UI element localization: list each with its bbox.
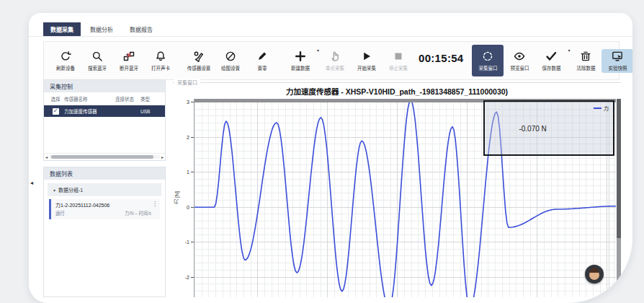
- eye-icon: [514, 50, 525, 63]
- toolbar-button-label: 保存数据: [542, 64, 560, 71]
- toolbar-button-label: 清除数据: [576, 64, 595, 71]
- data-list-title: 数据列表: [44, 167, 165, 180]
- toolbar-button-label: 新建数据: [291, 64, 310, 71]
- bell-icon: [155, 50, 166, 63]
- col-sensor-name: 传感器名称: [64, 95, 109, 102]
- capture-window-groupbox: 采集窗口 力加速度传感器 - XHSP-V10HID_path_-1981348…: [173, 82, 621, 297]
- toolbar-button-zero-set[interactable]: 置零: [246, 49, 278, 73]
- data-list-panel: 数据列表 ▾ 数据分组-1 力1-2-20251112-042506 运行 力/…: [43, 167, 166, 297]
- y-tick-label: -2: [185, 274, 189, 279]
- data-item-title: 力1-2-20251112-042506: [55, 201, 156, 208]
- collect-control-panel: 采集控制 选择 传感器名称 连接状态 类型 ✓ 力加速度传感器 USB ◂: [43, 79, 166, 161]
- toolbar-button-label: 单点采集: [326, 64, 344, 71]
- legend-line-swatch: [594, 107, 601, 109]
- sensor-checkbox[interactable]: ✓: [53, 108, 59, 115]
- data-group-row[interactable]: ▾ 数据分组-1: [48, 183, 161, 196]
- toolbar-button-disconnect-bluetooth[interactable]: 断开蓝牙: [113, 49, 145, 73]
- y-tick-label: -1: [185, 240, 189, 245]
- sensor-icon: [193, 50, 205, 63]
- toolbar-button-label: 实验快照: [608, 64, 627, 71]
- tab-data-analysis[interactable]: 数据分析: [83, 22, 120, 36]
- value-annotation: -0.070 N: [519, 125, 546, 133]
- y-axis: 3210-1-2: [181, 99, 194, 297]
- hscroll-thumb[interactable]: [51, 155, 153, 159]
- toolbar-button-start-capture[interactable]: 开始采集: [351, 49, 383, 73]
- vscroll-thumb[interactable]: [617, 99, 621, 238]
- toolbar-button-open-soundcard[interactable]: 打开声卡: [145, 49, 176, 73]
- compass-icon: [225, 50, 236, 63]
- toolbar-button-label: 停止采集: [389, 64, 408, 71]
- toolbar-button-capture-window[interactable]: 采集窗口: [472, 45, 504, 76]
- plus-icon: [295, 50, 306, 63]
- sensor-type: USB: [140, 109, 159, 114]
- data-list-item[interactable]: 力1-2-20251112-042506 运行 力/N – 时间/s ⋮: [49, 199, 160, 219]
- scroll-right-icon[interactable]: ▸: [161, 154, 164, 159]
- tab-data-report[interactable]: 数据报告: [122, 22, 160, 36]
- data-group-label: 数据分组-1: [58, 186, 83, 193]
- toolbar-button-label: 搜索蓝牙: [88, 64, 107, 71]
- sensor-name: 力加速度传感器: [64, 107, 109, 115]
- sensor-table-header: 选择 传感器名称 连接状态 类型: [44, 92, 165, 105]
- toolbar-button-label: 传感器设置: [187, 64, 211, 71]
- y-tick-label: 0: [187, 204, 189, 209]
- legend-series-name: 力: [604, 105, 609, 112]
- toolbar-button-label: 预览窗口: [510, 64, 529, 71]
- toolbar-button-save-data[interactable]: 保存数据: [535, 49, 567, 73]
- horizontal-scrollbar[interactable]: ◂ ▸: [44, 153, 165, 160]
- toolbar-button-experiment-snapshot[interactable]: 实验快照: [601, 49, 632, 73]
- dashed-circle-icon: [482, 50, 493, 63]
- toolbar-button-label: 打开声卡: [151, 64, 170, 71]
- trash-icon: [580, 50, 591, 63]
- sidebar: 采集控制 选择 传感器名称 连接状态 类型 ✓ 力加速度传感器 USB ◂: [43, 79, 166, 297]
- toolbar-button-label: 绘图设置: [221, 64, 240, 71]
- toolbar-button-label: 刷新设备: [56, 64, 75, 71]
- item-menu-icon[interactable]: ⋮: [152, 201, 158, 207]
- groupbox-label: 采集窗口: [174, 79, 200, 86]
- search-icon: [91, 50, 103, 63]
- toolbar-button-label: 开始采集: [357, 64, 376, 71]
- toolbar-button-new-data[interactable]: 新建数据: [285, 49, 316, 73]
- main-tab-bar: 数据采集 数据分析 数据报告: [29, 13, 632, 37]
- y-tick-label: 1: [187, 170, 189, 175]
- chart-title: 力加速度传感器 - XHSP-V10HID_path_-1981348857_1…: [173, 86, 621, 97]
- col-connect-status: 连接状态: [109, 95, 140, 102]
- col-select: 选择: [47, 95, 64, 102]
- toolbar-button-plot-settings[interactable]: 绘图设置: [215, 49, 246, 73]
- data-item-axes: 力/N – 时间/s: [125, 210, 151, 216]
- data-item-status: 运行: [55, 210, 65, 216]
- y-tick-label: 2: [187, 134, 189, 139]
- sensor-row[interactable]: ✓ 力加速度传感器 USB: [44, 105, 165, 117]
- y-tick-label: 3: [187, 100, 189, 105]
- plot-area[interactable]: 力 -0.070 N: [194, 99, 616, 297]
- capture-timer: 00:15:54: [419, 52, 463, 64]
- tab-data-capture[interactable]: 数据采集: [43, 22, 81, 36]
- content-area: 采集控制 选择 传感器名称 连接状态 类型 ✓ 力加速度传感器 USB ◂: [43, 79, 621, 297]
- tree-caret-icon[interactable]: ▾: [53, 188, 55, 193]
- toolbar-button-label: 置零: [258, 64, 267, 71]
- toolbar-button-preview-window[interactable]: 预览窗口: [504, 49, 535, 73]
- toolbar-button-label: 采集窗口: [478, 64, 497, 71]
- sidebar-collapse-icon[interactable]: ◂: [30, 180, 33, 186]
- refresh-icon: [60, 50, 71, 63]
- assistant-avatar-button[interactable]: [585, 265, 604, 284]
- scroll-left-icon[interactable]: ◂: [45, 154, 48, 159]
- chart-legend: 力: [594, 105, 609, 112]
- toolbar-button-search-bluetooth[interactable]: 搜索蓝牙: [81, 49, 113, 73]
- toolbar-button-clear-data[interactable]: 清除数据: [570, 49, 601, 73]
- toolbar: 刷新设备搜索蓝牙断开蓝牙打开声卡传感器设置绘图设置置零新建数据▾单点采集开始采集…: [43, 41, 620, 80]
- app-window: 数据采集 数据分析 数据报告 刷新设备搜索蓝牙断开蓝牙打开声卡传感器设置绘图设置…: [29, 13, 632, 303]
- plot-vertical-scrollbar[interactable]: [617, 99, 621, 297]
- hand-icon: [329, 50, 341, 63]
- toolbar-button-refresh-device[interactable]: 刷新设备: [50, 49, 81, 73]
- collect-control-title: 采集控制: [44, 80, 165, 92]
- play-icon: [361, 50, 372, 63]
- toolbar-button-sensor-settings[interactable]: 传感器设置: [183, 49, 215, 73]
- check-icon: [545, 50, 557, 63]
- col-type: 类型: [140, 95, 159, 102]
- toolbar-button-label: 断开蓝牙: [120, 64, 138, 71]
- toolbar-button-stop-capture: 停止采集: [383, 49, 414, 73]
- bt-off-icon: [123, 50, 135, 63]
- stop-icon: [393, 50, 404, 63]
- toolbar-button-point-capture: 单点采集: [319, 49, 351, 73]
- y-axis-label: 力 [N]: [173, 99, 181, 297]
